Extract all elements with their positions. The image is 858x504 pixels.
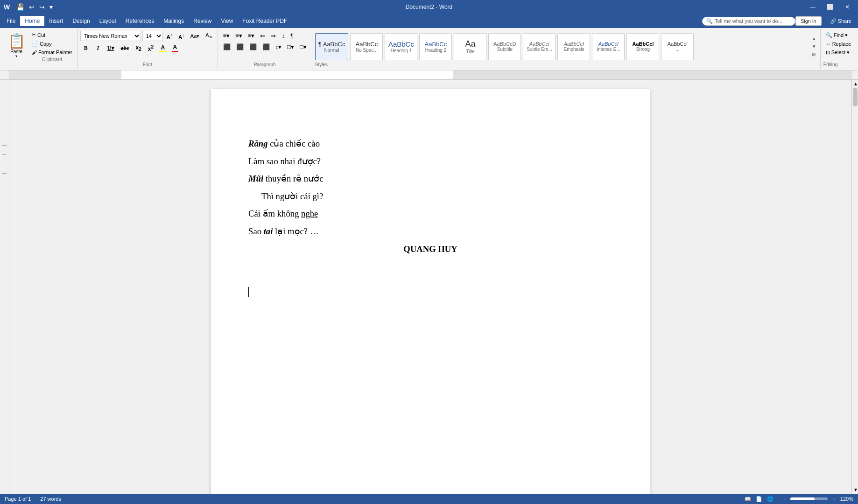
print-layout-icon[interactable]: 📄: [756, 496, 762, 502]
bullets-button[interactable]: ≡▾: [221, 31, 232, 41]
clipboard-group-label: Clipboard: [30, 57, 74, 62]
zoom-minus[interactable]: −: [783, 496, 786, 502]
doc-text-nhai: nhai: [280, 156, 295, 166]
page-markers: — — — — —: [2, 131, 7, 178]
center-button[interactable]: ⬛: [234, 42, 246, 52]
menu-home[interactable]: Home: [20, 16, 44, 26]
style-subtitle[interactable]: AaBbCcD Subtitle: [488, 33, 521, 60]
style-no-spacing[interactable]: AaBbCc No Spac...: [350, 33, 383, 60]
web-layout-icon[interactable]: 🌐: [767, 496, 774, 502]
borders-button[interactable]: □▾: [297, 42, 309, 52]
shrink-font-button[interactable]: A↓: [176, 31, 187, 41]
styles-expand[interactable]: ⊞: [811, 51, 817, 58]
undo-button[interactable]: ↩: [27, 2, 36, 12]
style-h1-label: Heading 1: [391, 48, 412, 53]
doc-cursor-area[interactable]: [248, 285, 612, 301]
document-page[interactable]: Răng của chiếc cào Làm sao nhai được? Mũ…: [211, 89, 650, 494]
style-intense-em[interactable]: AaBbCcI Intense E...: [592, 33, 625, 60]
copy-button[interactable]: 📄 Copy: [30, 40, 74, 48]
share-button[interactable]: 🔗 Share: [825, 17, 856, 26]
multilevel-button[interactable]: ≡▾: [246, 31, 257, 41]
doc-line-5: Cái ấm không nghe: [248, 206, 612, 222]
menu-references[interactable]: References: [121, 16, 159, 26]
doc-text-sao: Sao: [248, 226, 264, 236]
change-case-button[interactable]: Aa▾: [188, 32, 202, 41]
document-area[interactable]: Răng của chiếc cào Làm sao nhai được? Mũ…: [9, 80, 851, 494]
zoom-plus[interactable]: +: [832, 496, 835, 502]
style-normal[interactable]: ¶ AaBbCc Normal: [315, 33, 349, 60]
close-button[interactable]: ✕: [840, 0, 854, 14]
customize-quick-access-button[interactable]: ▾: [48, 2, 55, 12]
doc-text-quanghuy: QUANG HUY: [403, 244, 457, 254]
numbering-button[interactable]: ≡▾: [233, 31, 245, 41]
bold-button[interactable]: B: [80, 43, 91, 53]
select-button[interactable]: ⊡ Select ▾: [823, 48, 853, 57]
paste-button[interactable]: 📋 Paste ▾: [5, 31, 28, 60]
redo-button[interactable]: ↪: [37, 2, 47, 12]
read-mode-icon[interactable]: 📖: [745, 496, 751, 502]
find-button[interactable]: 🔍 Find ▾: [823, 31, 853, 40]
tell-me-input[interactable]: 🔍 Tell me what you want to do...: [702, 17, 795, 26]
sign-in-button[interactable]: Sign in: [795, 16, 822, 26]
doc-line-4: Thì người cái gì?: [248, 189, 612, 204]
doc-line-1: Răng của chiếc cào: [248, 136, 612, 152]
style-strong[interactable]: AaBbCcI Strong: [626, 33, 659, 60]
scroll-down-button[interactable]: ▼: [852, 486, 858, 494]
styles-scroll-up[interactable]: ▲: [811, 35, 817, 42]
menu-insert[interactable]: Insert: [44, 16, 68, 26]
style-title[interactable]: Aa Title: [454, 33, 486, 60]
line-spacing-button[interactable]: ↕▾: [273, 42, 284, 52]
menu-view[interactable]: View: [217, 16, 238, 26]
underline-button[interactable]: U▾: [105, 43, 117, 53]
scroll-track[interactable]: [852, 88, 858, 486]
doc-text-tai: tai: [264, 226, 273, 236]
replace-button[interactable]: ↔ Replace: [823, 40, 853, 48]
doc-text-caiam: Cái ấm không: [248, 209, 301, 218]
font-color-button[interactable]: A: [169, 42, 181, 54]
font-size-select[interactable]: 14 12 16 18: [142, 31, 163, 41]
maximize-button[interactable]: ⬜: [822, 0, 838, 14]
styles-row: ¶ AaBbCc Normal AaBbCc No Spac... AaBbCc…: [315, 33, 811, 60]
save-button[interactable]: 💾: [14, 2, 26, 12]
grow-font-button[interactable]: A↑: [164, 31, 175, 41]
show-hide-button[interactable]: ¶: [288, 31, 296, 41]
align-right-button[interactable]: ⬛: [247, 42, 259, 52]
sort-button[interactable]: ↕: [279, 31, 287, 41]
styles-scroll-down[interactable]: ▼: [811, 43, 817, 50]
text-highlight-button[interactable]: A: [157, 43, 169, 53]
menu-review[interactable]: Review: [189, 16, 216, 26]
menu-file[interactable]: File: [2, 16, 20, 26]
cut-button[interactable]: ✂ Cut: [30, 31, 74, 39]
zoom-slider[interactable]: [790, 497, 828, 500]
menu-foxit[interactable]: Foxit Reader PDF: [238, 16, 292, 26]
strikethrough-button[interactable]: abc: [118, 43, 132, 53]
menu-mailings[interactable]: Mailings: [159, 16, 189, 26]
styles-group: ¶ AaBbCc Normal AaBbCc No Spac... AaBbCc…: [312, 29, 821, 69]
scroll-up-button[interactable]: ▲: [852, 80, 858, 88]
superscript-button[interactable]: x2: [145, 43, 156, 54]
justify-button[interactable]: ⬛: [260, 42, 272, 52]
font-name-select[interactable]: Times New Roman Arial Calibri: [80, 31, 141, 41]
document-content[interactable]: Răng của chiếc cào Làm sao nhai được? Mũ…: [248, 136, 612, 301]
style-emphasis[interactable]: AaBbCcI Emphasis: [557, 33, 590, 60]
italic-button[interactable]: I: [92, 43, 104, 53]
increase-indent-button[interactable]: ⇒: [268, 31, 278, 41]
doc-line-3: Mũi thuyền rẽ nước: [248, 171, 612, 187]
style-subtle-em[interactable]: AaBbCcI Subtle Em...: [523, 33, 556, 60]
shading-button[interactable]: □▾: [285, 42, 296, 52]
format-painter-button[interactable]: 🖌 Format Painter: [30, 49, 74, 56]
scroll-thumb[interactable]: [853, 88, 858, 106]
align-left-button[interactable]: ⬛: [221, 42, 233, 52]
menu-layout[interactable]: Layout: [95, 16, 121, 26]
style-more[interactable]: AaBbCcI ...: [661, 33, 694, 60]
title-bar-left: W 💾 ↩ ↪ ▾: [4, 2, 55, 12]
status-bar-left: Page 1 of 1 27 words: [5, 496, 61, 502]
style-subtle-em-label: Subtle Em...: [527, 47, 552, 52]
subscript-button[interactable]: x2: [133, 43, 144, 53]
style-heading1[interactable]: AaBbCc Heading 1: [385, 33, 417, 60]
decrease-indent-button[interactable]: ⇐: [258, 31, 267, 41]
menu-design[interactable]: Design: [68, 16, 94, 26]
style-heading2[interactable]: AaBbCc Heading 2: [419, 33, 452, 60]
minimize-button[interactable]: —: [805, 0, 820, 14]
clear-formatting-button[interactable]: A✕: [203, 31, 214, 41]
